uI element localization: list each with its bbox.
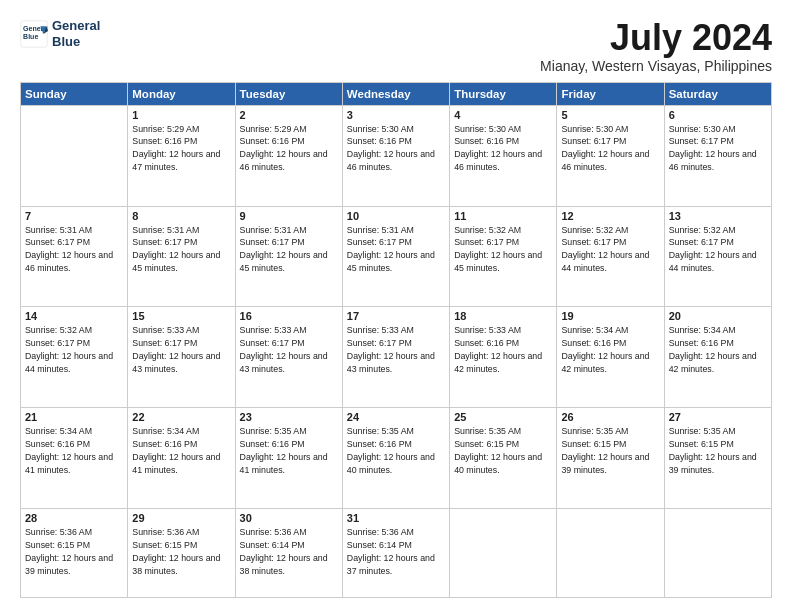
calendar-cell: 26Sunrise: 5:35 AM Sunset: 6:15 PM Dayli… — [557, 408, 664, 509]
day-number: 24 — [347, 411, 445, 423]
day-number: 1 — [132, 109, 230, 121]
day-number: 7 — [25, 210, 123, 222]
calendar-cell: 1Sunrise: 5:29 AM Sunset: 6:16 PM Daylig… — [128, 105, 235, 206]
day-info: Sunrise: 5:31 AM Sunset: 6:17 PM Dayligh… — [240, 224, 338, 275]
calendar-cell: 5Sunrise: 5:30 AM Sunset: 6:17 PM Daylig… — [557, 105, 664, 206]
day-info: Sunrise: 5:35 AM Sunset: 6:16 PM Dayligh… — [240, 425, 338, 476]
day-info: Sunrise: 5:36 AM Sunset: 6:14 PM Dayligh… — [347, 526, 445, 577]
calendar-cell: 13Sunrise: 5:32 AM Sunset: 6:17 PM Dayli… — [664, 206, 771, 307]
day-number: 23 — [240, 411, 338, 423]
calendar-cell: 28Sunrise: 5:36 AM Sunset: 6:15 PM Dayli… — [21, 509, 128, 598]
calendar-week-row: 7Sunrise: 5:31 AM Sunset: 6:17 PM Daylig… — [21, 206, 772, 307]
day-info: Sunrise: 5:35 AM Sunset: 6:15 PM Dayligh… — [561, 425, 659, 476]
day-info: Sunrise: 5:31 AM Sunset: 6:17 PM Dayligh… — [25, 224, 123, 275]
day-number: 27 — [669, 411, 767, 423]
calendar-week-row: 1Sunrise: 5:29 AM Sunset: 6:16 PM Daylig… — [21, 105, 772, 206]
calendar-cell: 21Sunrise: 5:34 AM Sunset: 6:16 PM Dayli… — [21, 408, 128, 509]
calendar-cell: 17Sunrise: 5:33 AM Sunset: 6:17 PM Dayli… — [342, 307, 449, 408]
day-number: 13 — [669, 210, 767, 222]
day-info: Sunrise: 5:29 AM Sunset: 6:16 PM Dayligh… — [240, 123, 338, 174]
header: General Blue General Blue July 2024 Mian… — [20, 18, 772, 74]
day-number: 2 — [240, 109, 338, 121]
calendar-cell: 2Sunrise: 5:29 AM Sunset: 6:16 PM Daylig… — [235, 105, 342, 206]
col-tuesday: Tuesday — [235, 82, 342, 105]
day-info: Sunrise: 5:31 AM Sunset: 6:17 PM Dayligh… — [347, 224, 445, 275]
col-saturday: Saturday — [664, 82, 771, 105]
day-number: 15 — [132, 310, 230, 322]
day-info: Sunrise: 5:36 AM Sunset: 6:15 PM Dayligh… — [25, 526, 123, 577]
calendar-cell — [21, 105, 128, 206]
logo-text: General Blue — [52, 18, 100, 49]
calendar-cell: 20Sunrise: 5:34 AM Sunset: 6:16 PM Dayli… — [664, 307, 771, 408]
col-thursday: Thursday — [450, 82, 557, 105]
calendar-week-row: 14Sunrise: 5:32 AM Sunset: 6:17 PM Dayli… — [21, 307, 772, 408]
day-number: 14 — [25, 310, 123, 322]
day-number: 9 — [240, 210, 338, 222]
day-number: 3 — [347, 109, 445, 121]
day-info: Sunrise: 5:30 AM Sunset: 6:16 PM Dayligh… — [347, 123, 445, 174]
calendar-cell: 12Sunrise: 5:32 AM Sunset: 6:17 PM Dayli… — [557, 206, 664, 307]
day-info: Sunrise: 5:31 AM Sunset: 6:17 PM Dayligh… — [132, 224, 230, 275]
day-info: Sunrise: 5:34 AM Sunset: 6:16 PM Dayligh… — [669, 324, 767, 375]
day-number: 17 — [347, 310, 445, 322]
calendar-cell: 19Sunrise: 5:34 AM Sunset: 6:16 PM Dayli… — [557, 307, 664, 408]
calendar-cell: 16Sunrise: 5:33 AM Sunset: 6:17 PM Dayli… — [235, 307, 342, 408]
day-info: Sunrise: 5:30 AM Sunset: 6:16 PM Dayligh… — [454, 123, 552, 174]
calendar-cell — [557, 509, 664, 598]
day-number: 22 — [132, 411, 230, 423]
day-info: Sunrise: 5:33 AM Sunset: 6:17 PM Dayligh… — [347, 324, 445, 375]
calendar-cell: 14Sunrise: 5:32 AM Sunset: 6:17 PM Dayli… — [21, 307, 128, 408]
calendar-cell: 11Sunrise: 5:32 AM Sunset: 6:17 PM Dayli… — [450, 206, 557, 307]
calendar-cell: 30Sunrise: 5:36 AM Sunset: 6:14 PM Dayli… — [235, 509, 342, 598]
calendar-cell — [450, 509, 557, 598]
calendar-cell: 10Sunrise: 5:31 AM Sunset: 6:17 PM Dayli… — [342, 206, 449, 307]
day-number: 31 — [347, 512, 445, 524]
day-info: Sunrise: 5:32 AM Sunset: 6:17 PM Dayligh… — [25, 324, 123, 375]
day-number: 18 — [454, 310, 552, 322]
subtitle: Mianay, Western Visayas, Philippines — [540, 58, 772, 74]
day-number: 6 — [669, 109, 767, 121]
col-wednesday: Wednesday — [342, 82, 449, 105]
day-number: 21 — [25, 411, 123, 423]
page: General Blue General Blue July 2024 Mian… — [0, 0, 792, 612]
col-monday: Monday — [128, 82, 235, 105]
day-number: 19 — [561, 310, 659, 322]
title-block: July 2024 Mianay, Western Visayas, Phili… — [540, 18, 772, 74]
day-info: Sunrise: 5:32 AM Sunset: 6:17 PM Dayligh… — [669, 224, 767, 275]
calendar-header-row: Sunday Monday Tuesday Wednesday Thursday… — [21, 82, 772, 105]
day-number: 10 — [347, 210, 445, 222]
day-info: Sunrise: 5:35 AM Sunset: 6:16 PM Dayligh… — [347, 425, 445, 476]
day-number: 25 — [454, 411, 552, 423]
day-info: Sunrise: 5:35 AM Sunset: 6:15 PM Dayligh… — [454, 425, 552, 476]
svg-text:Blue: Blue — [23, 33, 38, 40]
calendar-cell: 27Sunrise: 5:35 AM Sunset: 6:15 PM Dayli… — [664, 408, 771, 509]
day-info: Sunrise: 5:34 AM Sunset: 6:16 PM Dayligh… — [561, 324, 659, 375]
calendar-cell: 7Sunrise: 5:31 AM Sunset: 6:17 PM Daylig… — [21, 206, 128, 307]
day-number: 26 — [561, 411, 659, 423]
calendar-cell: 3Sunrise: 5:30 AM Sunset: 6:16 PM Daylig… — [342, 105, 449, 206]
day-info: Sunrise: 5:35 AM Sunset: 6:15 PM Dayligh… — [669, 425, 767, 476]
day-number: 8 — [132, 210, 230, 222]
day-number: 29 — [132, 512, 230, 524]
day-info: Sunrise: 5:30 AM Sunset: 6:17 PM Dayligh… — [561, 123, 659, 174]
day-number: 5 — [561, 109, 659, 121]
day-number: 4 — [454, 109, 552, 121]
day-number: 16 — [240, 310, 338, 322]
calendar-cell: 24Sunrise: 5:35 AM Sunset: 6:16 PM Dayli… — [342, 408, 449, 509]
day-number: 30 — [240, 512, 338, 524]
calendar-cell: 31Sunrise: 5:36 AM Sunset: 6:14 PM Dayli… — [342, 509, 449, 598]
day-info: Sunrise: 5:34 AM Sunset: 6:16 PM Dayligh… — [25, 425, 123, 476]
main-title: July 2024 — [540, 18, 772, 58]
calendar-cell: 8Sunrise: 5:31 AM Sunset: 6:17 PM Daylig… — [128, 206, 235, 307]
calendar-cell: 25Sunrise: 5:35 AM Sunset: 6:15 PM Dayli… — [450, 408, 557, 509]
calendar-cell: 9Sunrise: 5:31 AM Sunset: 6:17 PM Daylig… — [235, 206, 342, 307]
day-number: 20 — [669, 310, 767, 322]
day-number: 28 — [25, 512, 123, 524]
calendar-cell: 23Sunrise: 5:35 AM Sunset: 6:16 PM Dayli… — [235, 408, 342, 509]
day-number: 11 — [454, 210, 552, 222]
logo: General Blue General Blue — [20, 18, 100, 49]
col-friday: Friday — [557, 82, 664, 105]
day-info: Sunrise: 5:30 AM Sunset: 6:17 PM Dayligh… — [669, 123, 767, 174]
calendar-table: Sunday Monday Tuesday Wednesday Thursday… — [20, 82, 772, 598]
calendar-cell: 18Sunrise: 5:33 AM Sunset: 6:16 PM Dayli… — [450, 307, 557, 408]
